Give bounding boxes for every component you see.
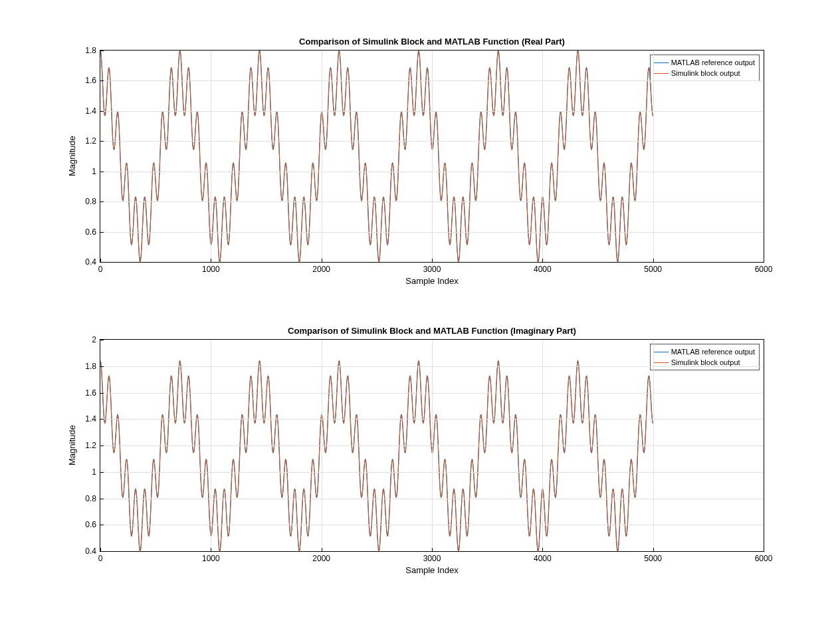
series-line xyxy=(100,51,653,262)
xtick-label: 3000 xyxy=(423,554,441,563)
ytick-label: 0.8 xyxy=(85,494,96,503)
ytick-label: 1.8 xyxy=(85,46,96,55)
xtick-label: 1000 xyxy=(202,265,220,274)
xtick-label: 3000 xyxy=(423,265,441,274)
ytick-label: 1.2 xyxy=(85,136,96,146)
legend-label: MATLAB reference output xyxy=(671,346,755,357)
legend-entry: MATLAB reference output xyxy=(654,57,755,68)
chart-title-imag: Comparison of Simulink Block and MATLAB … xyxy=(100,326,764,336)
legend-label: MATLAB reference output xyxy=(671,57,755,68)
xtick-label: 6000 xyxy=(755,554,773,563)
ytick-label: 1.2 xyxy=(85,441,96,450)
legend-real: MATLAB reference output Simulink block o… xyxy=(650,55,760,81)
ytick-label: 0.4 xyxy=(85,547,96,556)
xtick-label: 2000 xyxy=(312,554,330,563)
ytick-label: 0.8 xyxy=(85,197,96,206)
xlabel-real: Sample Index xyxy=(100,276,764,286)
ytick-label: 1.6 xyxy=(85,388,96,398)
xtick-label: 5000 xyxy=(644,265,662,274)
ytick-label: 1.4 xyxy=(85,414,96,424)
legend-swatch xyxy=(654,62,669,63)
ylabel-real: Magnitude xyxy=(66,50,77,263)
legend-swatch xyxy=(654,352,669,352)
legend-swatch xyxy=(654,73,669,74)
ylabel-imag: Magnitude xyxy=(66,339,77,552)
ytick-label: 0.6 xyxy=(85,227,96,237)
subplot-imag: Comparison of Simulink Block and MATLAB … xyxy=(100,339,764,552)
ytick-label: 1.4 xyxy=(85,106,96,116)
ytick-label: 0.6 xyxy=(85,520,96,529)
ytick-label: 1.6 xyxy=(85,76,96,85)
ytick-label: 0.4 xyxy=(85,257,96,267)
ytick-label: 1.8 xyxy=(85,362,96,371)
xlabel-imag: Sample Index xyxy=(100,565,764,575)
xtick-label: 5000 xyxy=(644,554,662,563)
xtick-label: 2000 xyxy=(312,265,330,274)
axes-imag: MATLAB reference output Simulink block o… xyxy=(100,339,764,552)
legend-label: Simulink block output xyxy=(671,68,740,78)
xtick-label: 0 xyxy=(98,265,103,274)
ytick-label: 1 xyxy=(92,167,96,176)
axes-real: MATLAB reference output Simulink block o… xyxy=(100,50,764,263)
ytick-label: 1 xyxy=(92,467,96,477)
legend-swatch xyxy=(654,362,669,363)
figure: Comparison of Simulink Block and MATLAB … xyxy=(0,0,840,619)
legend-entry: MATLAB reference output xyxy=(654,346,755,357)
chart-title-real: Comparison of Simulink Block and MATLAB … xyxy=(100,37,764,47)
ytick-label: 2 xyxy=(92,335,96,344)
legend-entry: Simulink block output xyxy=(654,68,755,78)
series-line xyxy=(100,361,653,551)
xtick-label: 4000 xyxy=(534,265,552,274)
xtick-label: 1000 xyxy=(202,554,220,563)
xtick-label: 4000 xyxy=(534,554,552,563)
xtick-label: 6000 xyxy=(755,265,773,274)
xtick-label: 0 xyxy=(98,554,103,563)
subplot-real: Comparison of Simulink Block and MATLAB … xyxy=(100,50,764,263)
